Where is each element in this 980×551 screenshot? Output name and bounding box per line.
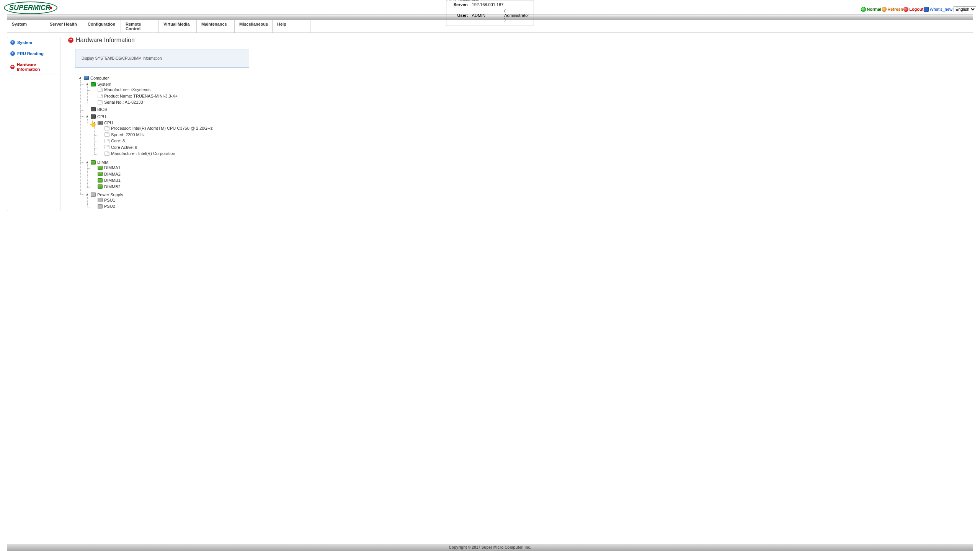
tree-node-cpu[interactable]: CPU xyxy=(85,114,106,119)
tree-node-psu[interactable]: Power Supply xyxy=(85,192,123,197)
tree-label: CPU xyxy=(97,114,106,119)
menu-remote-control[interactable]: Remote Control xyxy=(121,20,159,33)
user-value: ADMIN xyxy=(472,8,504,23)
tree-label: Core: 8 xyxy=(111,139,125,143)
tree-leaf[interactable]: Speed: 2200 MHz xyxy=(99,132,145,137)
tree-leaf[interactable]: Core: 8 xyxy=(99,139,125,143)
tree-leaf[interactable]: Core Active: 8 xyxy=(99,145,137,150)
language-select[interactable]: English xyxy=(954,6,976,12)
tree-node-cpu-sub[interactable]: CPU xyxy=(92,121,113,125)
tree-leaf[interactable]: Product Name: TRUENAS-MINI-3.0-X+ xyxy=(92,94,178,98)
description-box: Display SYSTEM/BIOS/CPU/DIMM Information xyxy=(75,49,249,68)
page-icon xyxy=(98,100,103,104)
tree-label: Manufacturer: iXsystems xyxy=(104,87,150,92)
tree-label: Product Name: TRUENAS-MINI-3.0-X+ xyxy=(104,94,178,98)
hardware-tree: Computer System Manufacturer: iXsystems xyxy=(75,74,973,211)
tree-leaf[interactable]: Manufacturer: Intel(R) Corporation xyxy=(99,151,175,156)
toggle-icon[interactable] xyxy=(85,193,88,196)
user-label: User: xyxy=(451,8,471,23)
whatsnew-icon xyxy=(924,7,929,12)
memory-icon xyxy=(98,184,103,189)
menu-system[interactable]: System xyxy=(7,20,45,33)
tree-label: DIMMB1 xyxy=(104,178,121,183)
toggle-icon[interactable] xyxy=(78,76,82,80)
toggle-icon[interactable] xyxy=(85,115,88,118)
toggle-icon[interactable] xyxy=(85,161,88,164)
menu-configuration[interactable]: Configuration xyxy=(83,20,121,33)
page-icon xyxy=(105,126,109,130)
sidebar-item-fru[interactable]: FRU Reading xyxy=(7,48,60,59)
tree-leaf[interactable]: DIMMA1 xyxy=(92,165,121,170)
page-icon xyxy=(105,132,109,137)
header: SUPERMICR Host Identification Server: 19… xyxy=(0,0,980,15)
menu-virtual-media[interactable]: Virtual Media xyxy=(159,20,197,33)
server-value: 192.168.001.187 xyxy=(472,2,504,7)
tree-leaf[interactable]: Processor: Intel(R) Atom(TM) CPU C3758 @… xyxy=(99,126,212,130)
memory-icon xyxy=(98,166,103,170)
tree-leaf[interactable]: Serial No.: A1-82130 xyxy=(92,100,143,104)
logo: SUPERMICR xyxy=(4,1,57,15)
server-label: Server: xyxy=(451,2,471,7)
tree-label: Processor: Intel(R) Atom(TM) CPU C3758 @… xyxy=(111,126,212,130)
logout-icon xyxy=(903,7,908,12)
arrow-icon xyxy=(10,51,15,56)
top-links: Normal Refresh Logout What's_new English xyxy=(861,1,976,12)
tree-leaf[interactable]: DIMMB1 xyxy=(92,178,121,183)
page-icon xyxy=(105,152,109,156)
arrow-icon xyxy=(10,40,15,45)
sidebar-item-label: FRU Reading xyxy=(17,51,44,56)
menu-miscellaneous[interactable]: Miscellaneous xyxy=(235,20,273,33)
menu-server-health[interactable]: Server Health xyxy=(45,20,83,33)
menu-help[interactable]: Help xyxy=(273,20,310,33)
psu-icon xyxy=(91,192,96,197)
sidebar-item-label: System xyxy=(17,40,32,45)
toggle-icon[interactable] xyxy=(92,121,95,125)
tree-label: DIMMA1 xyxy=(104,165,121,170)
memory-icon xyxy=(98,178,103,183)
tree-node-computer[interactable]: Computer xyxy=(78,76,109,80)
tree-leaf[interactable]: Manufacturer: iXsystems xyxy=(92,87,150,92)
tree-label: Serial No.: A1-82130 xyxy=(104,100,143,104)
memory-icon xyxy=(98,172,103,176)
memory-icon xyxy=(91,160,96,165)
tree-label: Core Active: 8 xyxy=(111,145,137,150)
toggle-icon[interactable] xyxy=(85,83,88,86)
tree-label: CPU xyxy=(104,121,113,125)
page-title: Hardware Information xyxy=(76,37,135,44)
tree-node-dimm[interactable]: DIMM xyxy=(85,160,108,165)
tree-leaf[interactable]: PSU2 xyxy=(92,204,115,209)
system-icon xyxy=(91,82,96,86)
chip-icon xyxy=(91,107,96,111)
sidebar-item-label: Hardware Information xyxy=(17,62,57,72)
tree-node-system[interactable]: System xyxy=(85,82,111,86)
tree-node-bios[interactable]: BIOS xyxy=(85,107,107,112)
chip-icon xyxy=(91,114,96,119)
tree-label: Computer xyxy=(90,76,109,80)
page-icon xyxy=(98,88,103,92)
arrow-icon xyxy=(68,37,74,43)
tree-label: System xyxy=(97,82,111,86)
arrow-icon xyxy=(10,65,15,69)
tree-leaf[interactable]: DIMMB2 xyxy=(92,184,121,189)
psu-icon xyxy=(98,204,103,209)
logout-link[interactable]: Logout xyxy=(909,7,923,11)
whatsnew-link[interactable]: What's_new xyxy=(929,7,952,11)
status-normal-link[interactable]: Normal xyxy=(867,7,881,11)
refresh-icon xyxy=(882,7,887,12)
tree-label: DIMMB2 xyxy=(104,184,121,189)
refresh-link[interactable]: Refresh xyxy=(887,7,903,11)
user-role: ( Administrator ) xyxy=(504,8,529,23)
computer-icon xyxy=(84,76,89,80)
tree-leaf[interactable]: PSU1 xyxy=(92,198,115,202)
tree-label: DIMMA2 xyxy=(104,172,121,176)
sidebar-item-hardware[interactable]: Hardware Information xyxy=(7,59,60,75)
cpu-icon xyxy=(98,121,103,125)
sidebar-item-system[interactable]: System xyxy=(7,37,60,48)
host-legend: Host Identification xyxy=(448,0,480,2)
tree-leaf[interactable]: DIMMA2 xyxy=(92,172,121,176)
sidebar: System FRU Reading Hardware Information xyxy=(7,37,60,211)
tree-label: Power Supply xyxy=(97,192,123,197)
status-ok-icon xyxy=(861,7,866,12)
menu-maintenance[interactable]: Maintenance xyxy=(197,20,235,33)
psu-icon xyxy=(98,198,103,202)
